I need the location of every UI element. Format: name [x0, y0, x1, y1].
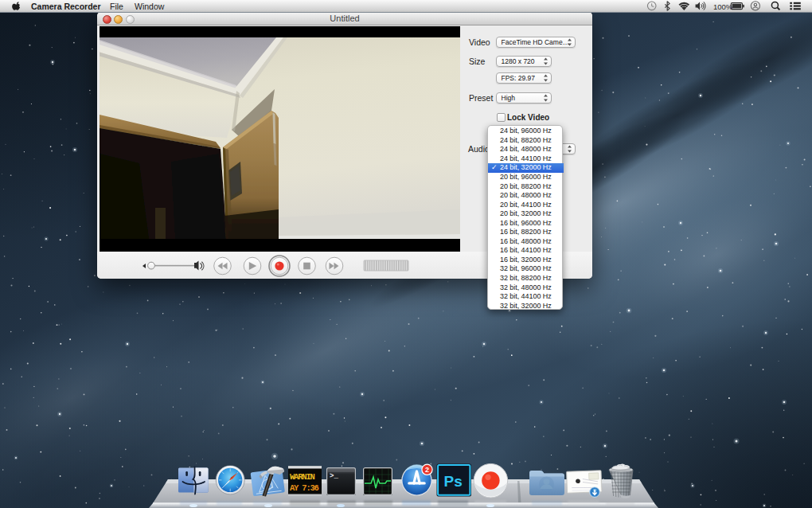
svg-text:AY 7:36: AY 7:36: [290, 483, 319, 493]
svg-text:Ps: Ps: [444, 473, 463, 490]
svg-text:WARNIN: WARNIN: [290, 472, 315, 482]
svg-text:2: 2: [425, 466, 429, 474]
svg-text:>_: >_: [330, 472, 338, 480]
